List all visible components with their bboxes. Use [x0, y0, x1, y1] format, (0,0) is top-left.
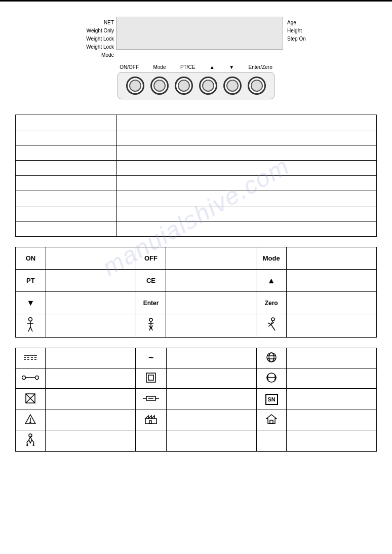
- sym-double-insulated-icon: [135, 368, 166, 389]
- table-row: [16, 130, 377, 145]
- sym-sn-icon: SN: [257, 389, 287, 410]
- table-row: [16, 191, 377, 206]
- btn-icon-person-child: [136, 314, 166, 338]
- symbol-row: SN: [16, 389, 377, 410]
- info-col2: [117, 221, 377, 237]
- sym-fuse-icon: [135, 389, 166, 410]
- btn-icon-up: ▲: [256, 270, 287, 292]
- btn-label-ptce: PT/CE: [180, 64, 195, 70]
- button-legend-row: ON OFF Mode: [16, 247, 377, 270]
- info-col2: [117, 145, 377, 161]
- sym-warning-icon: [16, 410, 46, 430]
- scale-labels-right: Age Height Step On: [287, 17, 306, 43]
- button-4[interactable]: [199, 77, 217, 95]
- btn-icon-person-active: [256, 314, 287, 338]
- btn-label-up: ▲: [210, 64, 215, 70]
- label-height: Height: [287, 27, 302, 35]
- info-col2: [117, 161, 377, 176]
- scale-labels-left: NET Weight Only Weight Lock Weight LockM…: [86, 17, 114, 59]
- svg-line-3: [28, 327, 30, 331]
- info-col1: [16, 176, 117, 191]
- btn-icon-mode: Mode: [256, 247, 287, 270]
- sym-globe-label: [287, 348, 377, 368]
- symbol-row: [16, 430, 377, 452]
- symbol-row: ~: [16, 348, 377, 368]
- sym-house-label: [287, 410, 377, 430]
- info-col1: [16, 115, 117, 130]
- btn-label-pt: [46, 270, 136, 292]
- svg-marker-39: [266, 415, 277, 424]
- svg-line-4: [30, 327, 32, 331]
- label-weight-only: Weight Only: [87, 27, 114, 35]
- sym-bidirectional-label: [287, 368, 377, 389]
- sym-bidirectional-icon: [257, 368, 287, 389]
- info-col2: [117, 206, 377, 221]
- scale-display-area: NET Weight Only Weight Lock Weight LockM…: [15, 17, 377, 59]
- info-col1: [16, 145, 117, 161]
- btn-label-enterzero: Enter/Zero: [248, 64, 272, 70]
- button-legend-row: PT CE ▲: [16, 270, 377, 292]
- table-row: [16, 115, 377, 130]
- sym-connected-icon: [16, 368, 46, 389]
- btn-icon-enter: Enter: [136, 292, 166, 314]
- sym-factory-label: [167, 410, 257, 430]
- button-3[interactable]: [175, 77, 193, 95]
- label-weight-lock: Weight Lock: [86, 35, 114, 43]
- svg-point-0: [29, 318, 32, 321]
- table-row: [16, 176, 377, 191]
- svg-point-16: [267, 353, 276, 362]
- btn-label-person-standing: [46, 314, 136, 338]
- symbol-row: [16, 410, 377, 430]
- btn-label-enter: [166, 292, 256, 314]
- label-step-on: Step On: [287, 35, 306, 43]
- symbol-legend-section: ~: [15, 348, 377, 452]
- btn-icon-pt: PT: [16, 270, 46, 292]
- btn-label-person-child: [166, 314, 256, 338]
- label-age: Age: [287, 19, 296, 27]
- button-legend-section: ON OFF Mode PT CE ▲ ▼ Enter: [15, 247, 377, 338]
- btn-label-zero: [287, 292, 377, 314]
- btn-icon-on: ON: [16, 247, 46, 270]
- button-6[interactable]: [248, 77, 266, 95]
- btn-icon-down: ▼: [16, 292, 46, 314]
- info-col1: [16, 191, 117, 206]
- btn-icon-zero: Zero: [256, 292, 287, 314]
- svg-rect-37: [145, 419, 156, 424]
- button-5[interactable]: [223, 77, 242, 95]
- btn-icon-off: OFF: [136, 247, 166, 270]
- info-col2: [117, 130, 377, 145]
- svg-point-20: [22, 376, 26, 380]
- buttons-row: [117, 72, 275, 99]
- sym-empty-2: [257, 430, 287, 452]
- sym-globe-icon: [257, 348, 287, 368]
- btn-label-up-desc: [287, 270, 377, 292]
- sym-recycling-person-icon: [16, 430, 46, 452]
- btn-icon-person-standing: [16, 314, 46, 338]
- svg-point-36: [30, 422, 31, 423]
- btn-label-ce: [166, 270, 256, 292]
- svg-point-17: [269, 353, 274, 362]
- sym-dc-label: [46, 348, 136, 368]
- label-net: NET: [104, 19, 114, 27]
- sym-empty-1: [135, 430, 166, 452]
- info-col2: [117, 191, 377, 206]
- button-labels-row: ON/OFF Mode PT/CE ▲ ▼ Enter/Zero: [112, 64, 280, 70]
- sym-connected-label: [46, 368, 136, 389]
- button-2[interactable]: [150, 77, 169, 95]
- svg-rect-24: [148, 375, 153, 380]
- btn-label-mode: Mode: [153, 64, 166, 70]
- btn-label-onoff: ON/OFF: [120, 64, 139, 70]
- sym-ac-icon: ~: [135, 348, 166, 368]
- scale-diagram-section: NET Weight Only Weight Lock Weight LockM…: [15, 17, 377, 99]
- sym-ac-label: [167, 348, 257, 368]
- svg-rect-40: [270, 420, 273, 424]
- btn-label-down: ▼: [229, 64, 234, 70]
- table-row: [16, 145, 377, 161]
- sym-empty-label-1: [167, 430, 257, 452]
- sn-box-text: SN: [265, 394, 278, 405]
- scale-body: [117, 72, 275, 99]
- button-1[interactable]: [126, 77, 144, 95]
- sym-empty-label-2: [287, 430, 377, 452]
- sym-double-insulated-label: [167, 368, 257, 389]
- btn-label-down-desc: [46, 292, 136, 314]
